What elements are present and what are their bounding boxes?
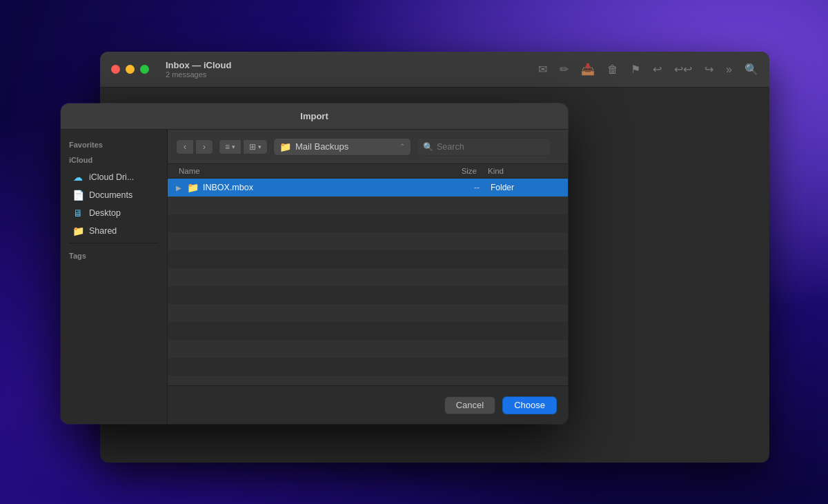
location-text: Mail Backups (295, 141, 395, 152)
search-box: 🔍 (417, 138, 551, 156)
edit-icon[interactable]: ✏ (560, 63, 569, 76)
fullscreen-button[interactable] (140, 65, 149, 74)
location-folder-icon: 📁 (279, 141, 291, 152)
back-icon: ‹ (184, 142, 186, 152)
file-list: ▶ 📁 INBOX.mbox -- Folder (168, 179, 568, 385)
sidebar-item-desktop[interactable]: 🖥 Desktop (63, 204, 164, 222)
more-icon[interactable]: » (726, 63, 732, 76)
table-row-empty-6 (168, 286, 568, 304)
reply-icon[interactable]: ↩ (653, 63, 662, 76)
search-icon[interactable]: 🔍 (745, 63, 758, 76)
cancel-button[interactable]: Cancel (444, 396, 495, 414)
dialog-footer: Cancel Choose (168, 385, 568, 424)
sidebar-item-shared[interactable]: 📁 Shared (63, 222, 164, 240)
traffic-lights (111, 65, 149, 74)
shared-label: Shared (89, 226, 117, 236)
dialog-body: Favorites iCloud ☁ iCloud Dri... 📄 Docum… (61, 130, 568, 424)
nav-buttons: ‹ › (176, 139, 213, 154)
dialog-titlebar: Import (61, 103, 568, 130)
sidebar: Favorites iCloud ☁ iCloud Dri... 📄 Docum… (61, 130, 168, 424)
desktop-icon: 🖥 (72, 208, 84, 219)
compose-icon[interactable]: ✉ (538, 63, 547, 76)
mail-toolbar: ✉ ✏ 📥 🗑 ⚑ ↩ ↩↩ ↪ » 🔍 (538, 63, 758, 76)
table-row-empty-11 (168, 376, 568, 385)
location-dropdown[interactable]: 📁 Mail Backups ⌃ (273, 138, 411, 156)
column-name: Name (179, 167, 433, 175)
reply-all-icon[interactable]: ↩↩ (674, 63, 692, 76)
forward-button[interactable]: › (195, 139, 213, 154)
table-row-empty-1 (168, 196, 568, 214)
icloud-drive-label: iCloud Dri... (89, 172, 134, 182)
file-name: INBOX.mbox (203, 183, 435, 192)
documents-label: Documents (89, 190, 132, 200)
icloud-drive-icon: ☁ (72, 172, 84, 183)
table-row-empty-7 (168, 304, 568, 322)
tags-label: Tags (61, 249, 167, 264)
view-buttons: ≡ ▾ ⊞ ▾ (219, 139, 268, 154)
column-size: Size (433, 167, 488, 175)
mail-window-title: Inbox — iCloud (166, 60, 231, 70)
table-row-empty-8 (168, 322, 568, 340)
grid-view-icon: ⊞ (249, 142, 256, 152)
flag-icon[interactable]: ⚑ (631, 63, 640, 76)
file-list-header: Name Size Kind (168, 164, 568, 179)
back-button[interactable]: ‹ (176, 139, 194, 154)
icloud-section-label: iCloud (61, 153, 167, 168)
table-row[interactable]: ▶ 📁 INBOX.mbox -- Folder (168, 179, 568, 196)
documents-icon: 📄 (72, 190, 84, 201)
table-row-empty-2 (168, 214, 568, 232)
sidebar-item-documents[interactable]: 📄 Documents (63, 186, 164, 204)
mail-titlebar: Inbox — iCloud 2 messages ✉ ✏ 📥 🗑 ⚑ ↩ ↩↩… (100, 52, 769, 88)
desktop-label: Desktop (89, 208, 121, 218)
search-input[interactable] (437, 142, 545, 152)
minimize-button[interactable] (126, 65, 135, 74)
shared-icon: 📁 (72, 225, 84, 236)
favorites-label: Favorites (61, 138, 167, 153)
close-button[interactable] (111, 65, 120, 74)
list-view-button[interactable]: ≡ ▾ (219, 139, 241, 154)
location-chevron-icon: ⌃ (400, 143, 405, 150)
dialog-title: Import (300, 111, 328, 121)
table-row-empty-4 (168, 250, 568, 268)
mail-title-area: Inbox — iCloud 2 messages (166, 60, 231, 79)
expand-icon: ▶ (176, 184, 187, 192)
table-row-empty-10 (168, 358, 568, 376)
file-toolbar: ‹ › ≡ ▾ ⊞ ▾ 📁 (168, 130, 568, 164)
search-icon: 🔍 (423, 142, 433, 152)
choose-button[interactable]: Choose (502, 396, 557, 414)
list-view-icon: ≡ (225, 142, 230, 152)
file-size: -- (435, 183, 491, 192)
sidebar-divider (69, 243, 159, 243)
mail-window-subtitle: 2 messages (166, 70, 231, 79)
main-file-area: ‹ › ≡ ▾ ⊞ ▾ 📁 (168, 130, 568, 424)
table-row-empty-3 (168, 232, 568, 250)
archive-icon[interactable]: 📥 (581, 63, 595, 76)
table-row-empty-5 (168, 268, 568, 286)
forward-icon[interactable]: ↪ (704, 63, 713, 76)
trash-icon[interactable]: 🗑 (607, 63, 618, 76)
file-kind: Folder (491, 183, 560, 192)
sidebar-item-icloud-drive[interactable]: ☁ iCloud Dri... (63, 168, 164, 186)
folder-icon: 📁 (187, 182, 199, 193)
grid-view-button[interactable]: ⊞ ▾ (243, 139, 268, 154)
list-view-chevron: ▾ (232, 143, 235, 150)
table-row-empty-9 (168, 340, 568, 358)
column-kind: Kind (488, 167, 557, 175)
grid-view-chevron: ▾ (258, 143, 262, 150)
forward-icon: › (203, 142, 206, 152)
import-dialog: Import Favorites iCloud ☁ iCloud Dri... … (61, 103, 568, 424)
